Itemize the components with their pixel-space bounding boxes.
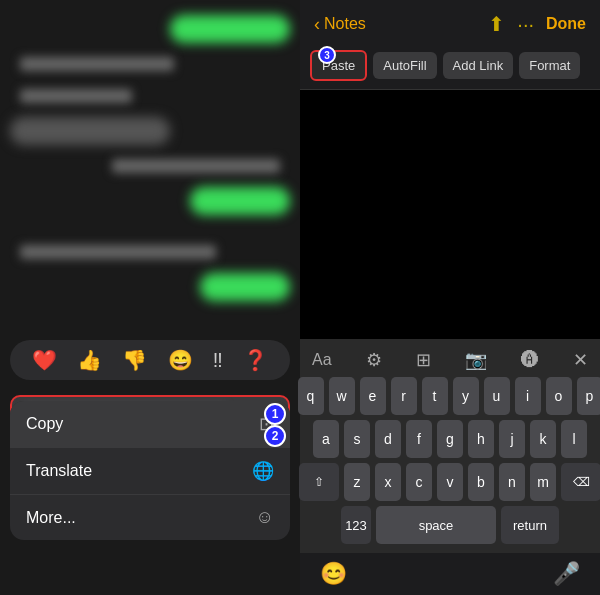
accessibility-icon[interactable]: 🅐: [521, 350, 539, 371]
top-nav: ‹ Notes ⬆ ··· Done: [300, 0, 600, 44]
copy-label: Copy: [26, 415, 63, 433]
back-chevron-icon: ‹: [314, 14, 320, 35]
left-panel: ❤️ 👍 👎 😄 ‼️ ❓ 1 Copy ⊡ Translate 🌐 More.…: [0, 0, 300, 595]
msg-bubble-green-1: [170, 15, 290, 43]
share-icon[interactable]: ⬆: [488, 12, 505, 36]
chat-area: [0, 0, 300, 316]
key-k[interactable]: k: [530, 420, 556, 458]
key-row-2: a s d f g h j k l: [304, 420, 596, 458]
key-x[interactable]: x: [375, 463, 401, 501]
context-menu: Copy ⊡ Translate 🌐 More... ☺: [10, 401, 290, 540]
key-i[interactable]: i: [515, 377, 541, 415]
key-return[interactable]: return: [501, 506, 559, 544]
reaction-question[interactable]: ❓: [243, 348, 268, 372]
badge-3: 3: [318, 46, 336, 64]
key-h[interactable]: h: [468, 420, 494, 458]
key-q[interactable]: q: [298, 377, 324, 415]
nav-actions: ⬆ ··· Done: [488, 12, 586, 36]
key-row-3: ⇧ z x c v b n m ⌫: [304, 463, 596, 501]
autofill-button[interactable]: AutoFill: [373, 52, 436, 79]
context-menu-copy[interactable]: Copy ⊡: [10, 401, 290, 448]
reaction-thumbsup[interactable]: 👍: [77, 348, 102, 372]
key-f[interactable]: f: [406, 420, 432, 458]
key-s[interactable]: s: [344, 420, 370, 458]
format-button[interactable]: Format: [519, 52, 580, 79]
font-size-icon[interactable]: Aa: [312, 351, 332, 369]
key-row-1: q w e r t y u i o p: [304, 377, 596, 415]
badge-2: 2: [264, 425, 286, 447]
key-o[interactable]: o: [546, 377, 572, 415]
key-u[interactable]: u: [484, 377, 510, 415]
more-label: More...: [26, 509, 76, 527]
format-options-icon[interactable]: ⚙: [366, 349, 382, 371]
key-n[interactable]: n: [499, 463, 525, 501]
more-icon: ☺: [256, 507, 274, 528]
reaction-thumbsdown[interactable]: 👎: [122, 348, 147, 372]
msg-bubble-green-2: [190, 187, 290, 215]
context-menu-more[interactable]: More... ☺: [10, 495, 290, 540]
more-options-icon[interactable]: ···: [517, 13, 534, 36]
key-e[interactable]: e: [360, 377, 386, 415]
msg-text-blur-4: [20, 245, 216, 259]
key-r[interactable]: r: [391, 377, 417, 415]
key-j[interactable]: j: [499, 420, 525, 458]
key-l[interactable]: l: [561, 420, 587, 458]
key-y[interactable]: y: [453, 377, 479, 415]
right-panel: ‹ Notes ⬆ ··· Done 3 Paste AutoFill Add …: [300, 0, 600, 595]
msg-bubble-gray: [10, 117, 170, 145]
msg-text-blur-3: [112, 159, 280, 173]
dismiss-keyboard-icon[interactable]: ✕: [573, 349, 588, 371]
done-button[interactable]: Done: [546, 15, 586, 33]
msg-text-blur-1: [20, 57, 174, 71]
key-t[interactable]: t: [422, 377, 448, 415]
keyboard-area: Aa ⚙ ⊞ 📷 🅐 ✕ q w e r t y u i o p a s d f…: [300, 339, 600, 553]
key-z[interactable]: z: [344, 463, 370, 501]
emoji-icon[interactable]: 😊: [320, 561, 347, 587]
keyboard-top-row: Aa ⚙ ⊞ 📷 🅐 ✕: [304, 345, 596, 377]
reaction-exclaim[interactable]: ‼️: [213, 349, 223, 372]
bottom-bar: 😊 🎤: [300, 553, 600, 595]
key-123[interactable]: 123: [341, 506, 371, 544]
nav-back[interactable]: ‹ Notes: [314, 14, 366, 35]
key-space[interactable]: space: [376, 506, 496, 544]
edit-toolbar: 3 Paste AutoFill Add Link Format: [300, 44, 600, 90]
camera-icon[interactable]: 📷: [465, 349, 487, 371]
badge-1: 1: [264, 403, 286, 425]
key-backspace[interactable]: ⌫: [561, 463, 600, 501]
reaction-heart[interactable]: ❤️: [32, 348, 57, 372]
key-g[interactable]: g: [437, 420, 463, 458]
mic-icon[interactable]: 🎤: [553, 561, 580, 587]
reaction-haha[interactable]: 😄: [168, 348, 193, 372]
add-link-button[interactable]: Add Link: [443, 52, 514, 79]
key-m[interactable]: m: [530, 463, 556, 501]
back-label: Notes: [324, 15, 366, 33]
key-row-4: 123 space return: [304, 506, 596, 544]
key-a[interactable]: a: [313, 420, 339, 458]
translate-label: Translate: [26, 462, 92, 480]
msg-text-blur-2: [20, 89, 132, 103]
key-c[interactable]: c: [406, 463, 432, 501]
translate-icon: 🌐: [252, 460, 274, 482]
key-d[interactable]: d: [375, 420, 401, 458]
context-menu-translate[interactable]: Translate 🌐: [10, 448, 290, 495]
reaction-bar: ❤️ 👍 👎 😄 ‼️ ❓: [10, 340, 290, 380]
key-w[interactable]: w: [329, 377, 355, 415]
msg-bubble-green-sm: [200, 273, 290, 301]
note-content-area[interactable]: [300, 90, 600, 339]
key-b[interactable]: b: [468, 463, 494, 501]
key-shift[interactable]: ⇧: [299, 463, 339, 501]
key-v[interactable]: v: [437, 463, 463, 501]
key-p[interactable]: p: [577, 377, 601, 415]
grid-icon[interactable]: ⊞: [416, 349, 431, 371]
